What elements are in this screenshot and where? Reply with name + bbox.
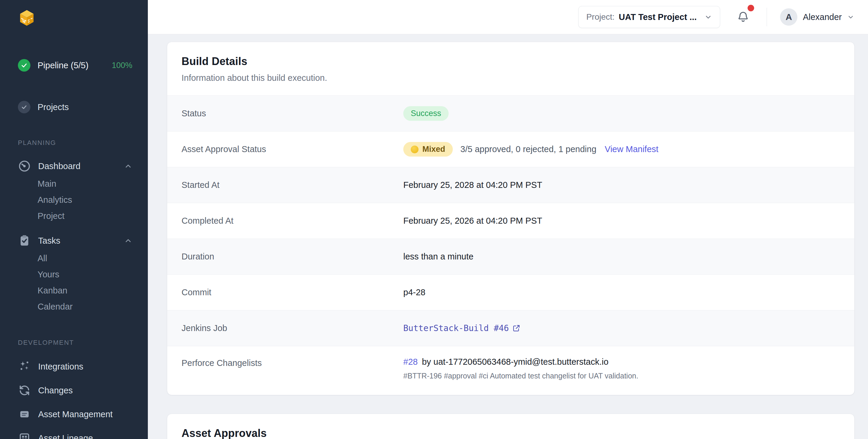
asset-approvals-title: Asset Approvals (182, 427, 840, 439)
sidebar-subitem-calendar[interactable]: Calendar (37, 301, 132, 313)
page-subtitle: Information about this build execution. (182, 73, 840, 83)
changelist-author: by uat-1772065063468-ymid@test.buttersta… (422, 357, 609, 367)
butterstack-logo-icon (18, 9, 36, 27)
build-details-card: Build Details Information about this bui… (167, 42, 855, 395)
sidebar-item-pipeline[interactable]: Pipeline (5/5) 100% (18, 58, 132, 72)
row-label: Completed At (182, 216, 403, 226)
sidebar-item-integrations[interactable]: Integrations (18, 360, 132, 373)
sidebar-subitem-kanban[interactable]: Kanban (37, 285, 132, 296)
projects-label: Projects (37, 102, 69, 112)
sidebar-item-asset-lineage[interactable]: Asset Lineage (18, 431, 132, 439)
pipeline-percent: 100% (112, 61, 132, 70)
mixed-status-badge: Mixed (403, 142, 453, 156)
main-area: Project: UAT Test Project ... A Alexande… (148, 0, 868, 439)
asset-approvals-card: Asset Approvals (167, 414, 855, 439)
section-title-planning: PLANNING (18, 139, 132, 147)
app-logo (18, 9, 132, 27)
detail-row-status: Status Success (167, 95, 854, 131)
page-content: Build Details Information about this bui… (148, 34, 868, 439)
started-at-value: February 25, 2028 at 04:20 PM PST (403, 180, 542, 190)
grid-icon (18, 432, 31, 439)
build-details-header: Build Details Information about this bui… (167, 42, 854, 95)
page-title: Build Details (182, 55, 840, 68)
user-menu[interactable]: A Alexander (780, 8, 854, 26)
row-label: Duration (182, 252, 403, 262)
asset-card-icon (18, 408, 31, 421)
chevron-up-icon[interactable] (124, 236, 132, 245)
project-selector-label: Project: (586, 12, 615, 22)
chevron-down-icon (704, 13, 712, 21)
avatar: A (780, 8, 797, 26)
detail-row-jenkins-job: Jenkins Job ButterStack-Build #46 (167, 310, 854, 346)
top-header: Project: UAT Test Project ... A Alexande… (148, 0, 868, 34)
sidebar-item-dashboard[interactable]: Dashboard (18, 159, 132, 173)
external-link-icon (513, 324, 521, 332)
row-label: Commit (182, 288, 403, 297)
row-label: Started At (182, 180, 403, 190)
sparkles-icon (18, 360, 31, 373)
approval-summary: 3/5 approved, 0 rejected, 1 pending (461, 144, 596, 154)
tasks-label: Tasks (38, 236, 60, 246)
completed-at-value: February 25, 2026 at 04:20 PM PST (403, 216, 542, 226)
chevron-down-icon (847, 13, 854, 21)
sidebar-subitem-yours[interactable]: Yours (37, 268, 132, 280)
header-divider (767, 8, 767, 26)
notification-badge (748, 5, 754, 11)
sidebar: Pipeline (5/5) 100% Projects PLANNING Da… (0, 0, 148, 439)
sidebar-subitem-project[interactable]: Project (37, 210, 132, 222)
bell-icon (737, 11, 749, 23)
detail-row-perforce-changelists: Perforce Changelists #28 by uat-17720650… (167, 346, 854, 395)
sidebar-subitem-main[interactable]: Main (37, 178, 132, 190)
detail-row-commit: Commit p4-28 (167, 274, 854, 310)
projects-check-icon (18, 101, 30, 113)
sidebar-item-changes[interactable]: Changes (18, 383, 132, 397)
asset-management-label: Asset Management (38, 409, 113, 419)
integrations-label: Integrations (38, 362, 84, 372)
detail-row-duration: Duration less than a minute (167, 239, 854, 274)
jenkins-job-link[interactable]: ButterStack-Build #46 (403, 323, 521, 333)
detail-row-completed-at: Completed At February 25, 2026 at 04:20 … (167, 203, 854, 239)
changes-label: Changes (38, 386, 73, 396)
dashboard-label: Dashboard (38, 162, 81, 171)
row-label: Perforce Changelists (182, 357, 403, 368)
sidebar-item-projects[interactable]: Projects (18, 100, 132, 114)
changelist-number-link[interactable]: #28 (403, 357, 417, 367)
asset-lineage-label: Asset Lineage (38, 433, 93, 439)
detail-row-asset-approval-status: Asset Approval Status Mixed 3/5 approved… (167, 131, 854, 167)
gauge-icon (18, 159, 31, 173)
pipeline-label: Pipeline (5/5) (37, 61, 89, 70)
sidebar-item-tasks[interactable]: Tasks (18, 234, 132, 247)
notifications-button[interactable] (737, 11, 749, 23)
duration-value: less than a minute (403, 252, 473, 262)
project-selector-value: UAT Test Project ... (619, 12, 697, 22)
detail-row-started-at: Started At February 25, 2028 at 04:20 PM… (167, 167, 854, 203)
commit-value: p4-28 (403, 288, 425, 297)
sidebar-subitem-all[interactable]: All (37, 252, 132, 264)
sidebar-item-asset-management[interactable]: Asset Management (18, 407, 132, 421)
status-badge: Success (403, 106, 448, 121)
view-manifest-link[interactable]: View Manifest (605, 144, 658, 154)
project-selector[interactable]: Project: UAT Test Project ... (578, 6, 720, 28)
row-label: Asset Approval Status (182, 144, 403, 154)
user-name: Alexander (803, 12, 842, 22)
section-title-development: DEVELOPMENT (18, 339, 132, 347)
clipboard-check-icon (18, 234, 31, 247)
sidebar-subitem-analytics[interactable]: Analytics (37, 194, 132, 206)
row-label: Jenkins Job (182, 323, 403, 333)
changelist-description: #BTTR-196 #approval #ci Automated test c… (403, 372, 638, 380)
refresh-sync-icon (18, 384, 31, 397)
mixed-dot-icon (411, 146, 418, 153)
chevron-up-icon[interactable] (124, 162, 132, 170)
pipeline-success-check-icon (18, 59, 30, 71)
row-label: Status (182, 109, 403, 118)
